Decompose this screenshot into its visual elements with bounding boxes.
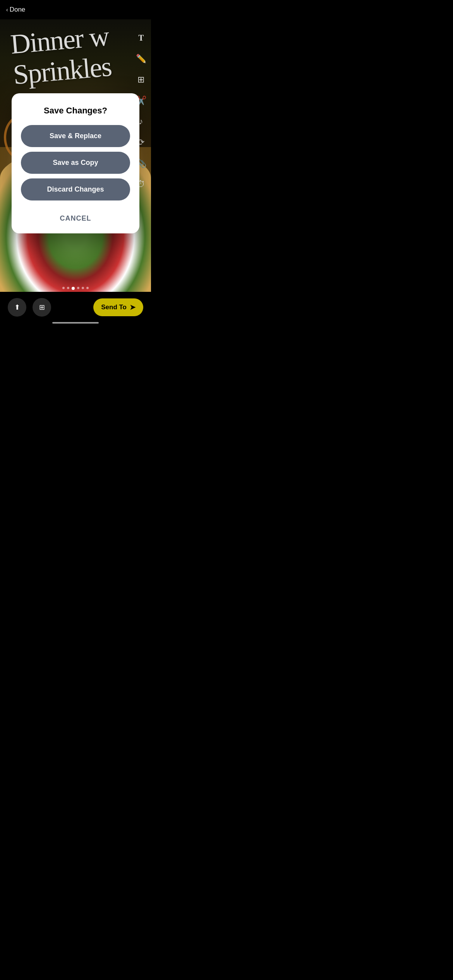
- cancel-button[interactable]: CANCEL: [48, 211, 104, 226]
- save-changes-modal: Save Changes? Save & Replace Save as Cop…: [12, 93, 139, 233]
- home-indicator: [52, 322, 99, 324]
- save-replace-button[interactable]: Save & Replace: [21, 125, 130, 147]
- modal-title: Save Changes?: [44, 106, 107, 116]
- discard-changes-button[interactable]: Discard Changes: [21, 178, 130, 200]
- save-copy-button[interactable]: Save as Copy: [21, 152, 130, 174]
- modal-backdrop: Save Changes? Save & Replace Save as Cop…: [0, 0, 151, 327]
